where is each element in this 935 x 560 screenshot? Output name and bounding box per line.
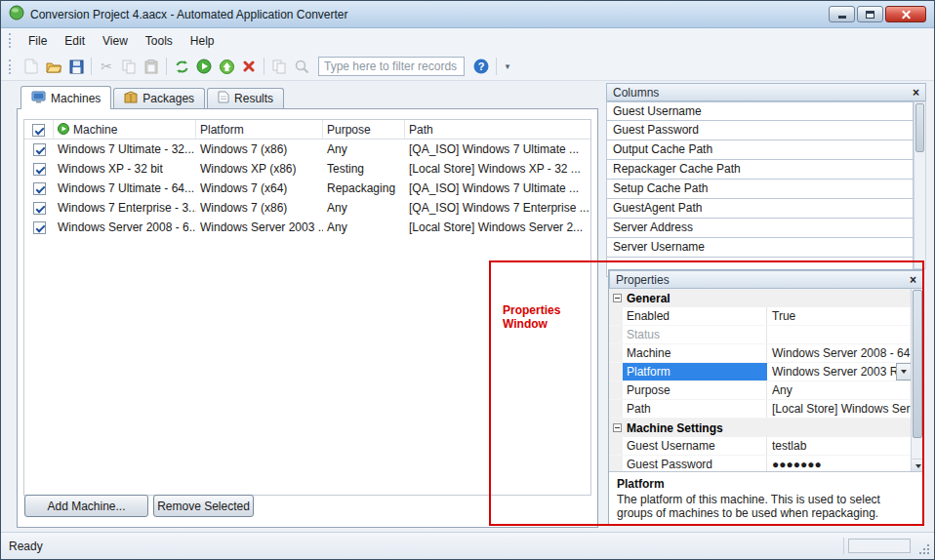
save-button[interactable] [65,56,87,77]
property-value[interactable]: True [767,307,912,325]
tab-machines[interactable]: Machines [20,86,111,109]
select-all-checkbox[interactable] [32,124,45,137]
run-button[interactable] [193,56,215,77]
platform-column-header[interactable]: Platform [196,120,323,140]
column-item[interactable]: Output Cache Path [606,140,914,160]
cut-button[interactable]: ✂ [96,56,117,77]
resize-grip[interactable] [918,543,931,556]
row-checkbox[interactable] [33,182,46,195]
toolbar-grip-handle[interactable] [9,60,12,74]
column-item[interactable]: Server Address [606,219,914,238]
property-row-guest-username[interactable]: Guest Username testlab [609,437,912,456]
minimize-button[interactable] [829,6,855,22]
table-row[interactable]: Windows Server 2008 - 6... Windows Serve… [24,218,590,237]
menu-edit[interactable]: Edit [56,31,94,51]
stop-button[interactable] [238,56,260,77]
row-checkbox[interactable] [33,221,46,234]
collapse-icon[interactable] [613,423,622,432]
column-item[interactable]: Guest Username [606,101,914,121]
column-item[interactable]: GuestAgent Path [606,199,914,219]
column-item[interactable]: Repackager Cache Path [606,160,914,180]
property-value[interactable]: testlab [767,437,912,455]
column-item[interactable]: Guest Password [606,121,914,140]
columns-scrollbar[interactable] [914,101,926,269]
menu-view[interactable]: View [94,31,137,51]
menu-help[interactable]: Help [182,31,224,51]
row-checkbox[interactable] [33,163,46,176]
refresh-button[interactable] [171,56,192,77]
machine-cell: Windows 7 Ultimate - 64... [54,181,196,195]
maximize-button[interactable] [857,6,883,22]
path-cell: [Local Store] Windows XP - 32 ... [405,162,590,176]
property-row-path[interactable]: Path [Local Store] Windows Ser [609,400,912,419]
table-row[interactable]: Windows 7 Enterprise - 3... Windows 7 (x… [24,198,590,218]
results-page-icon [218,91,229,106]
columns-panel-header[interactable]: Columns × [606,83,926,101]
properties-panel: Properties × General Enabled True Status… [608,269,924,526]
packages-box-icon [124,91,138,106]
scrollbar-thumb[interactable] [915,103,924,152]
column-item[interactable]: Setup Cache Path [606,180,914,199]
platform-dropdown-button[interactable] [896,363,912,380]
properties-scrollbar[interactable] [911,289,923,473]
new-document-icon [24,59,38,74]
toolbar-overflow-button[interactable]: ▾ [501,56,514,77]
remove-selected-button[interactable]: Remove Selected [153,495,254,517]
compare-button[interactable] [268,56,290,77]
group-row-general[interactable]: General [609,289,912,307]
column-header-label: Machine [73,123,117,137]
close-icon[interactable]: × [910,273,916,287]
new-button[interactable] [20,56,42,77]
paste-button[interactable] [141,56,162,77]
path-column-header[interactable]: Path [405,120,590,140]
menu-grip-handle[interactable] [9,33,12,48]
properties-panel-header[interactable]: Properties × [609,270,923,289]
filter-records-input[interactable] [318,57,465,76]
help-button[interactable]: ? [470,56,492,77]
platform-cell: Windows XP (x86) [196,162,323,176]
copy-button[interactable] [118,56,140,77]
add-machine-button[interactable]: Add Machine... [24,495,148,517]
property-indent [609,307,623,325]
property-row-purpose[interactable]: Purpose Any [609,381,912,400]
tab-results[interactable]: Results [207,88,284,108]
table-row[interactable]: Windows 7 Ultimate - 64... Windows 7 (x6… [24,179,590,198]
row-checkbox[interactable] [33,202,46,215]
property-row-platform[interactable]: Platform Windows Server 2003 R [609,363,912,381]
row-checkbox[interactable] [33,143,46,156]
property-row-machine[interactable]: Machine Windows Server 2008 - 64 [609,344,912,363]
property-row-enabled[interactable]: Enabled True [609,307,912,326]
property-name: Purpose [623,381,767,399]
menu-file[interactable]: File [20,31,56,51]
property-value[interactable]: Windows Server 2003 R [767,363,912,380]
cut-scissors-icon: ✂ [101,59,112,74]
status-bar: Ready [1,532,934,559]
zoom-button[interactable] [291,56,312,77]
column-item[interactable]: Server Username [606,238,914,258]
scrollbar-thumb[interactable] [913,290,922,438]
collapse-icon[interactable] [613,294,622,302]
title-bar[interactable]: Conversion Project 4.aacx - Automated Ap… [1,1,934,28]
help-icon: ? [473,59,489,74]
property-value[interactable]: Windows Server 2008 - 64 [767,344,912,362]
close-button[interactable] [885,6,926,22]
purpose-column-header[interactable]: Purpose [323,120,405,140]
publish-button[interactable] [216,56,237,77]
open-button[interactable] [43,56,64,77]
group-row-machine-settings[interactable]: Machine Settings [609,419,912,437]
status-panel [848,539,911,553]
property-value[interactable]: Any [767,381,912,399]
menu-tools[interactable]: Tools [137,31,182,51]
table-row[interactable]: Windows 7 Ultimate - 32... Windows 7 (x8… [24,140,590,159]
machine-column-header[interactable]: Machine [54,120,196,140]
minimize-icon [838,16,846,19]
property-name: Machine [623,344,767,362]
chevron-down-icon: ▾ [506,61,510,71]
property-row-status[interactable]: Status [609,326,912,344]
window-title: Conversion Project 4.aacx - Automated Ap… [30,8,348,21]
table-row[interactable]: Windows XP - 32 bit Windows XP (x86) Tes… [24,159,590,179]
select-all-header-cell [24,120,54,140]
close-icon[interactable]: × [913,86,919,100]
property-value[interactable]: [Local Store] Windows Ser [767,400,912,418]
tab-packages[interactable]: Packages [113,88,205,108]
